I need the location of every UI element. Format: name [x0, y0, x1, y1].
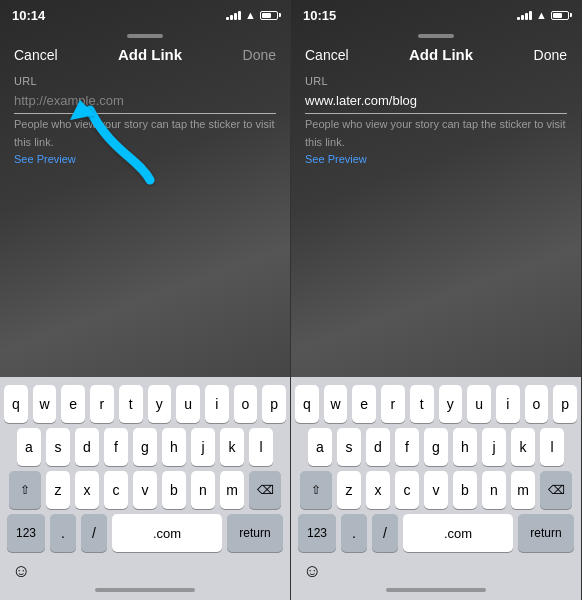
key-row-1-2: a s d f g h j k l	[4, 428, 286, 466]
key-l-2[interactable]: l	[540, 428, 564, 466]
key-m[interactable]: m	[220, 471, 244, 509]
key-i[interactable]: i	[205, 385, 229, 423]
url-section-2: URL www.later.com/blog People who view y…	[291, 71, 581, 165]
key-x[interactable]: x	[75, 471, 99, 509]
key-j-2[interactable]: j	[482, 428, 506, 466]
key-b[interactable]: b	[162, 471, 186, 509]
key-f-2[interactable]: f	[395, 428, 419, 466]
backspace-key-1[interactable]: ⌫	[249, 471, 281, 509]
nav-title-2: Add Link	[409, 46, 473, 63]
key-g[interactable]: g	[133, 428, 157, 466]
wifi-icon-2: ▲	[536, 9, 547, 21]
key-row-1-1: q w e r t y u i o p	[4, 385, 286, 423]
sheet-handle-1	[0, 28, 290, 42]
key-k-2[interactable]: k	[511, 428, 535, 466]
battery-icon-2	[551, 11, 569, 20]
backspace-key-2[interactable]: ⌫	[540, 471, 572, 509]
keyboard-2: q w e r t y u i o p a s d f g h j k l ⇧ …	[291, 377, 581, 600]
key-row-2-2: a s d f g h j k l	[295, 428, 577, 466]
key-o[interactable]: o	[234, 385, 258, 423]
key-a[interactable]: a	[17, 428, 41, 466]
url-value-2: www.later.com/blog	[305, 93, 417, 108]
key-r-2[interactable]: r	[381, 385, 405, 423]
status-time-2: 10:15	[303, 8, 336, 23]
key-row-2-4: 123 . / .com return	[295, 514, 577, 552]
key-u-2[interactable]: u	[467, 385, 491, 423]
dot-key-2[interactable]: .	[341, 514, 367, 552]
key-s-2[interactable]: s	[337, 428, 361, 466]
key-t[interactable]: t	[119, 385, 143, 423]
key-s[interactable]: s	[46, 428, 70, 466]
battery-icon-1	[260, 11, 278, 20]
key-q-2[interactable]: q	[295, 385, 319, 423]
key-w-2[interactable]: w	[324, 385, 348, 423]
key-d[interactable]: d	[75, 428, 99, 466]
phone-panel-1: 10:14 ▲ Cancel Add Link Done URL http://…	[0, 0, 291, 600]
cancel-button-1[interactable]: Cancel	[14, 47, 58, 63]
key-n-2[interactable]: n	[482, 471, 506, 509]
emoji-button-2[interactable]: ☺	[303, 561, 321, 582]
slash-key-1[interactable]: /	[81, 514, 107, 552]
key-y-2[interactable]: y	[439, 385, 463, 423]
key-c[interactable]: c	[104, 471, 128, 509]
key-x-2[interactable]: x	[366, 471, 390, 509]
key-q[interactable]: q	[4, 385, 28, 423]
dot-key-1[interactable]: .	[50, 514, 76, 552]
slash-key-2[interactable]: /	[372, 514, 398, 552]
key-i-2[interactable]: i	[496, 385, 520, 423]
key-z[interactable]: z	[46, 471, 70, 509]
key-v[interactable]: v	[133, 471, 157, 509]
key-a-2[interactable]: a	[308, 428, 332, 466]
key-n[interactable]: n	[191, 471, 215, 509]
key-h[interactable]: h	[162, 428, 186, 466]
phone-panel-2: 10:15 ▲ Cancel Add Link Done URL www.lat…	[291, 0, 582, 600]
status-icons-2: ▲	[517, 9, 569, 21]
emoji-bar-2: ☺	[295, 557, 577, 584]
done-button-2[interactable]: Done	[534, 47, 567, 63]
key-p[interactable]: p	[262, 385, 286, 423]
shift-key-2[interactable]: ⇧	[300, 471, 332, 509]
shift-key-1[interactable]: ⇧	[9, 471, 41, 509]
key-t-2[interactable]: t	[410, 385, 434, 423]
key-w[interactable]: w	[33, 385, 57, 423]
key-m-2[interactable]: m	[511, 471, 535, 509]
url-input-container-2[interactable]: www.later.com/blog	[305, 91, 567, 114]
url-helper-2: People who view your story can tap the s…	[305, 118, 565, 148]
cancel-button-2[interactable]: Cancel	[305, 47, 349, 63]
return-key-2[interactable]: return	[518, 514, 574, 552]
key-j[interactable]: j	[191, 428, 215, 466]
key-g-2[interactable]: g	[424, 428, 448, 466]
see-preview-2[interactable]: See Preview	[305, 153, 567, 165]
key-r[interactable]: r	[90, 385, 114, 423]
key-h-2[interactable]: h	[453, 428, 477, 466]
key-c-2[interactable]: c	[395, 471, 419, 509]
key-f[interactable]: f	[104, 428, 128, 466]
key-u[interactable]: u	[176, 385, 200, 423]
emoji-button-1[interactable]: ☺	[12, 561, 30, 582]
done-button-1[interactable]: Done	[243, 47, 276, 63]
arrow-annotation	[60, 90, 180, 200]
key-row-2-1: q w e r t y u i o p	[295, 385, 577, 423]
key-b-2[interactable]: b	[453, 471, 477, 509]
key-d-2[interactable]: d	[366, 428, 390, 466]
numbers-key-2[interactable]: 123	[298, 514, 336, 552]
home-indicator-2	[295, 584, 577, 594]
status-bar-1: 10:14 ▲	[0, 0, 290, 28]
key-z-2[interactable]: z	[337, 471, 361, 509]
key-p-2[interactable]: p	[553, 385, 577, 423]
return-key-1[interactable]: return	[227, 514, 283, 552]
key-e-2[interactable]: e	[352, 385, 376, 423]
key-l[interactable]: l	[249, 428, 273, 466]
sheet-handle-2	[291, 28, 581, 42]
key-v-2[interactable]: v	[424, 471, 448, 509]
key-y[interactable]: y	[148, 385, 172, 423]
key-o-2[interactable]: o	[525, 385, 549, 423]
key-e[interactable]: e	[61, 385, 85, 423]
status-bar-2: 10:15 ▲	[291, 0, 581, 28]
space-key-1[interactable]: .com	[112, 514, 222, 552]
space-key-2[interactable]: .com	[403, 514, 513, 552]
numbers-key-1[interactable]: 123	[7, 514, 45, 552]
url-label-1: URL	[14, 75, 276, 87]
nav-bar-1: Cancel Add Link Done	[0, 42, 290, 71]
key-k[interactable]: k	[220, 428, 244, 466]
